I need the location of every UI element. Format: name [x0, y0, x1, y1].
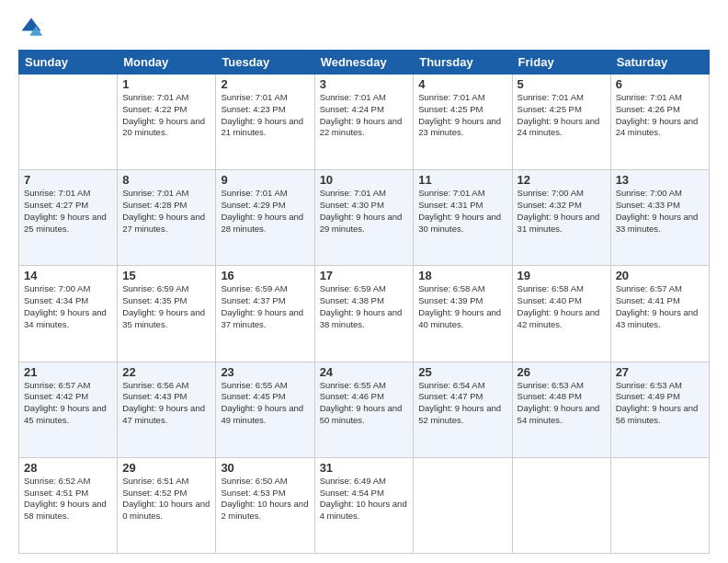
calendar-cell: 11Sunrise: 7:01 AMSunset: 4:31 PMDayligh… — [414, 170, 512, 266]
calendar-cell — [414, 457, 512, 553]
day-info: Sunrise: 6:57 AMSunset: 4:42 PMDaylight:… — [24, 380, 112, 427]
day-number: 12 — [518, 173, 606, 187]
day-number: 16 — [221, 269, 309, 282]
day-header-saturday: Saturday — [610, 51, 709, 75]
day-number: 17 — [320, 269, 409, 282]
page: SundayMondayTuesdayWednesdayThursdayFrid… — [0, 0, 728, 563]
day-number: 6 — [616, 77, 704, 91]
day-info: Sunrise: 6:57 AMSunset: 4:41 PMDaylight:… — [616, 283, 704, 330]
day-number: 13 — [616, 173, 704, 187]
day-info: Sunrise: 6:58 AMSunset: 4:39 PMDaylight:… — [418, 283, 506, 330]
day-info: Sunrise: 6:54 AMSunset: 4:47 PMDaylight:… — [418, 380, 506, 427]
day-info: Sunrise: 6:50 AMSunset: 4:53 PMDaylight:… — [221, 476, 309, 523]
day-number: 5 — [518, 77, 606, 91]
calendar-cell: 14Sunrise: 7:00 AMSunset: 4:34 PMDayligh… — [19, 266, 118, 362]
calendar-cell: 12Sunrise: 7:00 AMSunset: 4:32 PMDayligh… — [512, 170, 610, 266]
calendar-cell: 13Sunrise: 7:00 AMSunset: 4:33 PMDayligh… — [610, 170, 709, 266]
day-info: Sunrise: 7:01 AMSunset: 4:23 PMDaylight:… — [221, 92, 309, 139]
day-number: 22 — [122, 365, 210, 379]
calendar-week-row: 1Sunrise: 7:01 AMSunset: 4:22 PMDaylight… — [19, 75, 710, 170]
logo-icon — [18, 15, 44, 40]
calendar-cell: 18Sunrise: 6:58 AMSunset: 4:39 PMDayligh… — [414, 266, 512, 362]
day-header-tuesday: Tuesday — [216, 51, 314, 75]
day-info: Sunrise: 6:53 AMSunset: 4:49 PMDaylight:… — [616, 380, 704, 427]
calendar-cell: 9Sunrise: 7:01 AMSunset: 4:29 PMDaylight… — [216, 170, 314, 266]
calendar-cell: 4Sunrise: 7:01 AMSunset: 4:25 PMDaylight… — [414, 75, 512, 170]
day-info: Sunrise: 7:01 AMSunset: 4:29 PMDaylight:… — [221, 188, 309, 235]
logo — [18, 15, 48, 40]
day-number: 3 — [320, 77, 409, 91]
calendar-cell: 30Sunrise: 6:50 AMSunset: 4:53 PMDayligh… — [216, 457, 314, 553]
calendar-cell: 7Sunrise: 7:01 AMSunset: 4:27 PMDaylight… — [19, 170, 118, 266]
day-header-friday: Friday — [512, 51, 610, 75]
calendar-cell: 16Sunrise: 6:59 AMSunset: 4:37 PMDayligh… — [216, 266, 314, 362]
calendar-cell: 27Sunrise: 6:53 AMSunset: 4:49 PMDayligh… — [610, 362, 709, 457]
calendar-week-row: 7Sunrise: 7:01 AMSunset: 4:27 PMDaylight… — [19, 170, 710, 266]
calendar-cell: 10Sunrise: 7:01 AMSunset: 4:30 PMDayligh… — [314, 170, 414, 266]
calendar-week-row: 21Sunrise: 6:57 AMSunset: 4:42 PMDayligh… — [19, 362, 710, 457]
calendar-week-row: 28Sunrise: 6:52 AMSunset: 4:51 PMDayligh… — [19, 457, 710, 553]
day-number: 20 — [616, 269, 704, 282]
calendar-cell: 5Sunrise: 7:01 AMSunset: 4:25 PMDaylight… — [512, 75, 610, 170]
calendar-cell: 28Sunrise: 6:52 AMSunset: 4:51 PMDayligh… — [19, 457, 118, 553]
day-info: Sunrise: 6:58 AMSunset: 4:40 PMDaylight:… — [518, 283, 606, 330]
calendar-cell: 8Sunrise: 7:01 AMSunset: 4:28 PMDaylight… — [118, 170, 216, 266]
day-info: Sunrise: 6:59 AMSunset: 4:38 PMDaylight:… — [320, 283, 409, 330]
day-info: Sunrise: 6:53 AMSunset: 4:48 PMDaylight:… — [518, 380, 606, 427]
day-number: 10 — [320, 173, 409, 187]
day-info: Sunrise: 7:01 AMSunset: 4:25 PMDaylight:… — [418, 92, 506, 139]
day-number: 18 — [418, 269, 506, 282]
day-number: 26 — [518, 365, 606, 379]
calendar-header-row: SundayMondayTuesdayWednesdayThursdayFrid… — [19, 51, 710, 75]
day-number: 9 — [221, 173, 309, 187]
day-number: 8 — [122, 173, 210, 187]
day-header-wednesday: Wednesday — [314, 51, 414, 75]
calendar-cell: 2Sunrise: 7:01 AMSunset: 4:23 PMDaylight… — [216, 75, 314, 170]
day-info: Sunrise: 7:01 AMSunset: 4:28 PMDaylight:… — [122, 188, 210, 235]
day-number: 19 — [518, 269, 606, 282]
day-info: Sunrise: 6:51 AMSunset: 4:52 PMDaylight:… — [122, 476, 210, 523]
calendar-cell: 24Sunrise: 6:55 AMSunset: 4:46 PMDayligh… — [314, 362, 414, 457]
calendar-cell: 29Sunrise: 6:51 AMSunset: 4:52 PMDayligh… — [118, 457, 216, 553]
day-info: Sunrise: 7:00 AMSunset: 4:32 PMDaylight:… — [518, 188, 606, 235]
day-info: Sunrise: 6:55 AMSunset: 4:45 PMDaylight:… — [221, 380, 309, 427]
calendar-cell: 15Sunrise: 6:59 AMSunset: 4:35 PMDayligh… — [118, 266, 216, 362]
header — [18, 15, 710, 40]
calendar: SundayMondayTuesdayWednesdayThursdayFrid… — [18, 50, 710, 554]
calendar-cell: 6Sunrise: 7:01 AMSunset: 4:26 PMDaylight… — [610, 75, 709, 170]
day-info: Sunrise: 7:00 AMSunset: 4:34 PMDaylight:… — [24, 283, 112, 330]
day-header-monday: Monday — [118, 51, 216, 75]
calendar-cell: 17Sunrise: 6:59 AMSunset: 4:38 PMDayligh… — [314, 266, 414, 362]
day-info: Sunrise: 7:01 AMSunset: 4:24 PMDaylight:… — [320, 92, 409, 139]
day-number: 21 — [24, 365, 112, 379]
day-info: Sunrise: 7:01 AMSunset: 4:31 PMDaylight:… — [418, 188, 506, 235]
calendar-cell: 20Sunrise: 6:57 AMSunset: 4:41 PMDayligh… — [610, 266, 709, 362]
calendar-cell — [610, 457, 709, 553]
day-info: Sunrise: 7:01 AMSunset: 4:25 PMDaylight:… — [518, 92, 606, 139]
day-number: 4 — [418, 77, 506, 91]
day-info: Sunrise: 6:49 AMSunset: 4:54 PMDaylight:… — [320, 476, 409, 523]
day-number: 24 — [320, 365, 409, 379]
day-info: Sunrise: 6:59 AMSunset: 4:37 PMDaylight:… — [221, 283, 309, 330]
day-info: Sunrise: 6:59 AMSunset: 4:35 PMDaylight:… — [122, 283, 210, 330]
calendar-cell: 3Sunrise: 7:01 AMSunset: 4:24 PMDaylight… — [314, 75, 414, 170]
day-header-sunday: Sunday — [19, 51, 118, 75]
day-info: Sunrise: 7:01 AMSunset: 4:26 PMDaylight:… — [616, 92, 704, 139]
calendar-cell: 22Sunrise: 6:56 AMSunset: 4:43 PMDayligh… — [118, 362, 216, 457]
day-info: Sunrise: 7:01 AMSunset: 4:27 PMDaylight:… — [24, 188, 112, 235]
day-number: 27 — [616, 365, 704, 379]
calendar-cell: 1Sunrise: 7:01 AMSunset: 4:22 PMDaylight… — [118, 75, 216, 170]
day-number: 2 — [221, 77, 309, 91]
day-number: 28 — [24, 461, 112, 475]
day-info: Sunrise: 7:01 AMSunset: 4:30 PMDaylight:… — [320, 188, 409, 235]
calendar-week-row: 14Sunrise: 7:00 AMSunset: 4:34 PMDayligh… — [19, 266, 710, 362]
calendar-cell: 21Sunrise: 6:57 AMSunset: 4:42 PMDayligh… — [19, 362, 118, 457]
calendar-cell: 23Sunrise: 6:55 AMSunset: 4:45 PMDayligh… — [216, 362, 314, 457]
day-number: 14 — [24, 269, 112, 282]
day-info: Sunrise: 7:00 AMSunset: 4:33 PMDaylight:… — [616, 188, 704, 235]
day-info: Sunrise: 6:52 AMSunset: 4:51 PMDaylight:… — [24, 476, 112, 523]
day-number: 29 — [122, 461, 210, 475]
calendar-cell: 31Sunrise: 6:49 AMSunset: 4:54 PMDayligh… — [314, 457, 414, 553]
day-number: 11 — [418, 173, 506, 187]
day-number: 15 — [122, 269, 210, 282]
